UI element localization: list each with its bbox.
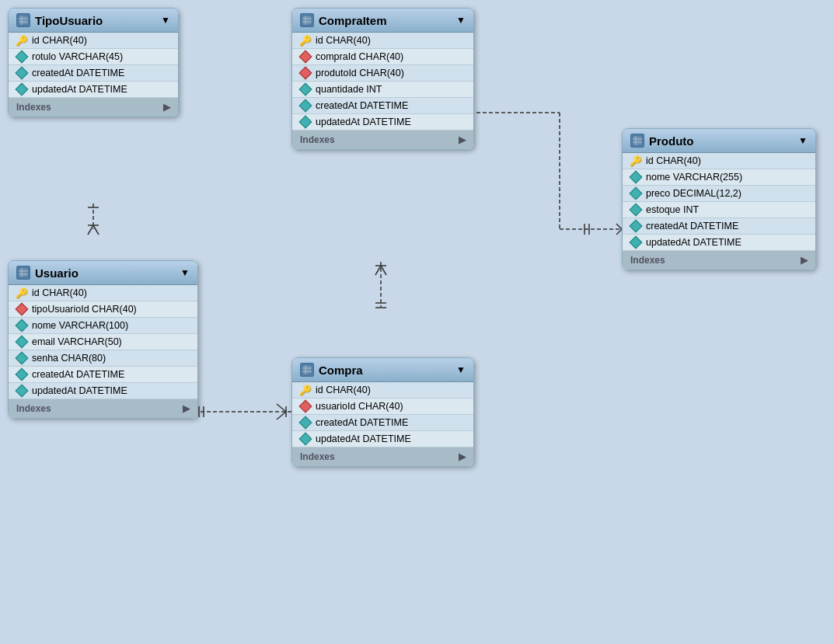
table-body-usuario: 🔑 id CHAR(40) tipoUsuarioId CHAR(40) nom… bbox=[9, 285, 197, 399]
field-usuario-nome: nome VARCHAR(100) bbox=[9, 318, 197, 334]
indexes-label: Indexes bbox=[16, 102, 51, 113]
field-usuario-senha: senha CHAR(80) bbox=[9, 350, 197, 367]
field-produto-createdAt: createdAt DATETIME bbox=[623, 218, 815, 235]
field-compra-usuarioId: usuarioId CHAR(40) bbox=[292, 399, 473, 415]
field-text: updatedAt DATETIME bbox=[316, 117, 411, 127]
diamond-teal-icon bbox=[300, 84, 311, 95]
svg-line-14 bbox=[616, 224, 622, 229]
table-name-compra: Compra bbox=[319, 364, 452, 377]
table-body-compraItem: 🔑 id CHAR(40) compraId CHAR(40) produtoI… bbox=[292, 33, 473, 131]
diamond-red-icon bbox=[16, 304, 27, 315]
field-produto-id: 🔑 id CHAR(40) bbox=[623, 153, 815, 169]
indexes-tipoUsuario[interactable]: Indexes ▶ bbox=[9, 98, 178, 117]
field-tipoUsuario-updatedAt: updatedAt DATETIME bbox=[9, 82, 178, 98]
field-produto-estoque: estoque INT bbox=[623, 202, 815, 218]
field-text: createdAt DATETIME bbox=[316, 100, 408, 111]
field-compra-id: 🔑 id CHAR(40) bbox=[292, 382, 473, 399]
key-icon: 🔑 bbox=[300, 35, 311, 46]
diamond-red-icon bbox=[300, 51, 311, 62]
diamond-teal-icon bbox=[16, 336, 27, 347]
field-text: senha CHAR(80) bbox=[32, 353, 106, 364]
field-compraItem-compraId: compraId CHAR(40) bbox=[292, 49, 473, 65]
table-header-compraItem: CompraItem ▼ bbox=[292, 9, 473, 33]
field-tipoUsuario-createdAt: createdAt DATETIME bbox=[9, 65, 178, 82]
table-body-compra: 🔑 id CHAR(40) usuarioId CHAR(40) created… bbox=[292, 382, 473, 447]
field-text: usuarioId CHAR(40) bbox=[316, 401, 403, 412]
dropdown-icon-compra[interactable]: ▼ bbox=[456, 364, 466, 375]
field-text: createdAt DATETIME bbox=[32, 369, 124, 380]
table-icon-tipoUsuario bbox=[16, 13, 30, 27]
diamond-teal-icon bbox=[16, 320, 27, 331]
dropdown-icon-compraItem[interactable]: ▼ bbox=[456, 15, 466, 26]
key-icon: 🔑 bbox=[630, 155, 641, 166]
field-text: tipoUsuarioId CHAR(40) bbox=[32, 304, 137, 315]
field-compraItem-quantidade: quantidade INT bbox=[292, 82, 473, 98]
field-usuario-createdAt: createdAt DATETIME bbox=[9, 367, 197, 383]
table-compraItem: CompraItem ▼ 🔑 id CHAR(40) compraId CHAR… bbox=[291, 8, 474, 150]
indexes-arrow: ▶ bbox=[163, 102, 170, 113]
field-text: createdAt DATETIME bbox=[316, 417, 408, 428]
field-text: createdAt DATETIME bbox=[32, 68, 124, 78]
diamond-teal-icon bbox=[300, 100, 311, 111]
svg-line-7 bbox=[375, 266, 381, 275]
table-icon-usuario bbox=[16, 266, 30, 280]
field-produto-nome: nome VARCHAR(255) bbox=[623, 169, 815, 186]
indexes-label: Indexes bbox=[16, 403, 51, 414]
diamond-teal-icon bbox=[16, 51, 27, 62]
svg-rect-33 bbox=[633, 136, 642, 145]
field-text: id CHAR(40) bbox=[646, 155, 701, 166]
field-tipoUsuario-id: 🔑 id CHAR(40) bbox=[9, 33, 178, 49]
field-tipoUsuario-rotulo: rotulo VARCHAR(45) bbox=[9, 49, 178, 65]
field-compraItem-updatedAt: updatedAt DATETIME bbox=[292, 114, 473, 131]
key-icon: 🔑 bbox=[16, 287, 27, 298]
field-text: compraId CHAR(40) bbox=[316, 51, 403, 62]
field-text: createdAt DATETIME bbox=[646, 221, 738, 231]
indexes-arrow: ▶ bbox=[183, 403, 190, 414]
field-text: id CHAR(40) bbox=[316, 385, 371, 395]
dropdown-icon-usuario[interactable]: ▼ bbox=[180, 267, 190, 278]
table-header-tipoUsuario: TipoUsuario ▼ bbox=[9, 9, 178, 33]
table-compra: Compra ▼ 🔑 id CHAR(40) usuarioId CHAR(40… bbox=[291, 357, 474, 467]
field-usuario-tipoUsuarioId: tipoUsuarioId CHAR(40) bbox=[9, 301, 197, 318]
dropdown-icon-produto[interactable]: ▼ bbox=[798, 135, 808, 146]
field-text: quantidade INT bbox=[316, 84, 382, 95]
table-name-tipoUsuario: TipoUsuario bbox=[35, 14, 156, 27]
diamond-teal-icon bbox=[630, 188, 641, 199]
table-body-tipoUsuario: 🔑 id CHAR(40) rotulo VARCHAR(45) created… bbox=[9, 33, 178, 98]
svg-line-4 bbox=[93, 225, 99, 235]
indexes-label: Indexes bbox=[300, 451, 335, 462]
indexes-arrow: ▶ bbox=[459, 451, 466, 462]
indexes-compra[interactable]: Indexes ▶ bbox=[292, 447, 473, 466]
table-tipoUsuario: TipoUsuario ▼ 🔑 id CHAR(40) rotulo VARCH… bbox=[8, 8, 179, 117]
svg-rect-41 bbox=[302, 365, 312, 374]
indexes-produto[interactable]: Indexes ▶ bbox=[623, 251, 815, 270]
svg-rect-25 bbox=[19, 16, 28, 25]
dropdown-icon-tipoUsuario[interactable]: ▼ bbox=[161, 15, 170, 26]
field-text: updatedAt DATETIME bbox=[32, 84, 127, 95]
diamond-teal-icon bbox=[300, 417, 311, 428]
table-usuario: Usuario ▼ 🔑 id CHAR(40) tipoUsuarioId CH… bbox=[8, 260, 198, 419]
field-text: nome VARCHAR(255) bbox=[646, 172, 742, 183]
field-text: estoque INT bbox=[646, 204, 699, 215]
table-icon-compra bbox=[300, 363, 314, 377]
field-usuario-id: 🔑 id CHAR(40) bbox=[9, 285, 197, 301]
diamond-red-icon bbox=[300, 68, 311, 78]
field-text: rotulo VARCHAR(45) bbox=[32, 51, 123, 62]
field-compraItem-id: 🔑 id CHAR(40) bbox=[292, 33, 473, 49]
diamond-teal-icon bbox=[16, 68, 27, 78]
table-icon-produto bbox=[630, 134, 644, 148]
indexes-usuario[interactable]: Indexes ▶ bbox=[9, 399, 197, 418]
indexes-compraItem[interactable]: Indexes ▶ bbox=[292, 131, 473, 149]
field-text: updatedAt DATETIME bbox=[316, 433, 411, 444]
table-icon-compraItem bbox=[300, 13, 314, 27]
indexes-arrow: ▶ bbox=[801, 255, 808, 266]
svg-line-24 bbox=[277, 412, 286, 419]
diamond-teal-icon bbox=[16, 385, 27, 396]
svg-line-15 bbox=[616, 229, 622, 235]
key-icon: 🔑 bbox=[300, 385, 311, 395]
diamond-teal-icon bbox=[16, 353, 27, 364]
table-produto: Produto ▼ 🔑 id CHAR(40) nome VARCHAR(255… bbox=[622, 128, 816, 270]
svg-rect-37 bbox=[19, 268, 28, 277]
field-compraItem-createdAt: createdAt DATETIME bbox=[292, 98, 473, 114]
svg-line-3 bbox=[88, 225, 93, 235]
